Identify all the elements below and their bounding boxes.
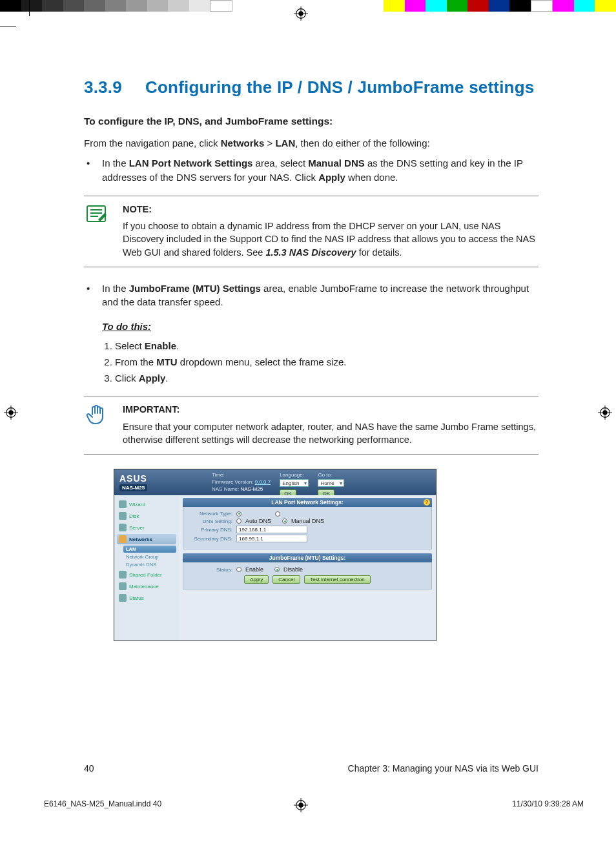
shot-time-label: Time: <box>212 472 271 478</box>
todo-header: To do this: <box>102 321 539 332</box>
wizard-icon <box>119 500 127 508</box>
steps-list: Select Enable. From the MTU dropdown men… <box>115 338 539 386</box>
slug-file: E6146_NAS-M25_Manual.indd 40 <box>44 799 161 808</box>
shot-panel2: Status:Enable Disable Apply Cancel Test … <box>183 562 432 590</box>
shot-panel1: Network Type: DNS Setting:Auto DNS Manua… <box>183 507 432 549</box>
maintenance-icon <box>119 582 127 590</box>
section-heading: 3.3.9Configuring the IP / DNS / JumboFra… <box>84 77 539 97</box>
shot-fw: Firmware Version: 9.0.0.7 <box>212 479 271 485</box>
shot-header: ASUS NAS-M25 Time: Firmware Version: 9.0… <box>114 469 436 495</box>
bullet-2: In the JumboFrame (MTU) Settings area, e… <box>102 282 539 309</box>
shot-cancel-button[interactable]: Cancel <box>272 575 300 584</box>
page-footer: 40 Chapter 3: Managing your NAS via its … <box>84 763 539 774</box>
shot-fw-link[interactable]: 9.0.0.7 <box>255 479 271 485</box>
shot-side-dyndns[interactable]: Dynamic DNS <box>123 561 176 568</box>
shot-nasname: NAS Name: NAS-M25 <box>212 486 271 492</box>
shot-autodns-radio[interactable] <box>236 518 241 524</box>
important-header: IMPORTANT: <box>123 403 539 416</box>
note-callout: NOTE: If you choose to obtain a dynamic … <box>84 196 539 267</box>
hand-icon <box>84 403 110 446</box>
disk-icon <box>119 512 127 520</box>
note-icon <box>84 203 110 259</box>
shot-side-netgroup[interactable]: Network Group <box>123 553 176 560</box>
shot-nettype-radio2[interactable] <box>275 511 280 517</box>
slug-time: 11/30/10 9:39:28 AM <box>512 799 584 808</box>
shot-goto-select[interactable]: Home <box>318 479 344 487</box>
shot-nettype-label: Network Type: <box>187 511 232 517</box>
important-body: Ensure that your computer network adapte… <box>123 420 539 447</box>
shot-disable-radio[interactable] <box>274 567 280 572</box>
shot-main: LAN Port Network Settings:? Network Type… <box>179 495 436 641</box>
folder-icon <box>119 571 127 579</box>
note-body: If you choose to obtain a dynamic IP add… <box>123 220 539 259</box>
shot-sdns-label: Secondary DNS: <box>187 536 232 542</box>
todo-block: To do this: <box>102 321 539 332</box>
shot-panel2-title: JumboFrame (MTU) Settings: <box>183 553 432 562</box>
step-2: From the MTU dropdown menu, select the f… <box>115 354 539 369</box>
shot-test-button[interactable]: Test internet connection <box>304 575 371 584</box>
shot-side-maint[interactable]: Maintenance <box>117 581 176 591</box>
server-icon <box>119 524 127 531</box>
registration-mark-icon <box>294 6 308 21</box>
shot-enable-radio[interactable] <box>236 567 241 572</box>
crop-mark <box>29 0 30 16</box>
bullet-list-2: In the JumboFrame (MTU) Settings area, e… <box>84 282 539 309</box>
embedded-screenshot: ASUS NAS-M25 Time: Firmware Version: 9.0… <box>114 469 436 641</box>
section-title: Configuring the IP / DNS / JumboFrame se… <box>145 77 534 97</box>
lead-text: To configure the IP, DNS, and JumboFrame… <box>84 116 539 127</box>
shot-side-status[interactable]: Status <box>117 593 176 603</box>
shot-sdns-input[interactable]: 168.95.1.1 <box>236 535 307 542</box>
chapter-title: Chapter 3: Managing your NAS via its Web… <box>348 763 539 774</box>
shot-nettype-radio1[interactable] <box>236 511 241 517</box>
shot-pdns-label: Primary DNS: <box>187 527 232 533</box>
shot-status-label: Status: <box>187 567 232 573</box>
networks-icon <box>119 535 127 543</box>
shot-lang-label: Language: <box>280 472 309 478</box>
shot-lang-select[interactable]: English <box>280 479 309 487</box>
section-number: 3.3.9 <box>84 77 145 97</box>
page-content: 3.3.9Configuring the IP / DNS / JumboFra… <box>0 26 616 641</box>
shot-pdns-input[interactable]: 192.168.1.1 <box>236 526 307 533</box>
bullet-list: In the LAN Port Network Settings area, s… <box>84 156 539 184</box>
important-callout: IMPORTANT: Ensure that your computer net… <box>84 396 539 455</box>
shot-side-lan[interactable]: LAN <box>123 546 176 553</box>
slug-line: E6146_NAS-M25_Manual.indd 40 11/30/10 9:… <box>44 799 584 808</box>
shot-panel1-title: LAN Port Network Settings:? <box>183 498 432 507</box>
shot-dns-label: DNS Setting: <box>187 518 232 524</box>
note-header: NOTE: <box>123 203 539 216</box>
step-3: Click Apply. <box>115 371 539 385</box>
shot-apply-button[interactable]: Apply <box>244 575 269 584</box>
shot-side-networks[interactable]: Networks <box>117 534 176 544</box>
bullet-1: In the LAN Port Network Settings area, s… <box>102 156 539 184</box>
intro-paragraph: From the navigation pane, click Networks… <box>84 136 539 150</box>
help-icon[interactable]: ? <box>424 499 430 506</box>
status-icon <box>119 594 127 602</box>
shot-side-wizard[interactable]: Wizard <box>117 499 176 509</box>
shot-manualdns-radio[interactable] <box>282 518 287 524</box>
step-1: Select Enable. <box>115 338 539 353</box>
print-color-bar <box>0 0 616 12</box>
shot-side-disk[interactable]: Disk <box>117 511 176 521</box>
shot-side-server[interactable]: Server <box>117 522 176 533</box>
shot-goto-label: Go to: <box>318 472 344 478</box>
shot-sidebar: Wizard Disk Server Networks LAN Network … <box>114 495 179 641</box>
shot-logo: ASUS NAS-M25 <box>114 469 208 495</box>
page-number: 40 <box>84 763 94 774</box>
shot-side-shared[interactable]: Shared Folder <box>117 569 176 580</box>
